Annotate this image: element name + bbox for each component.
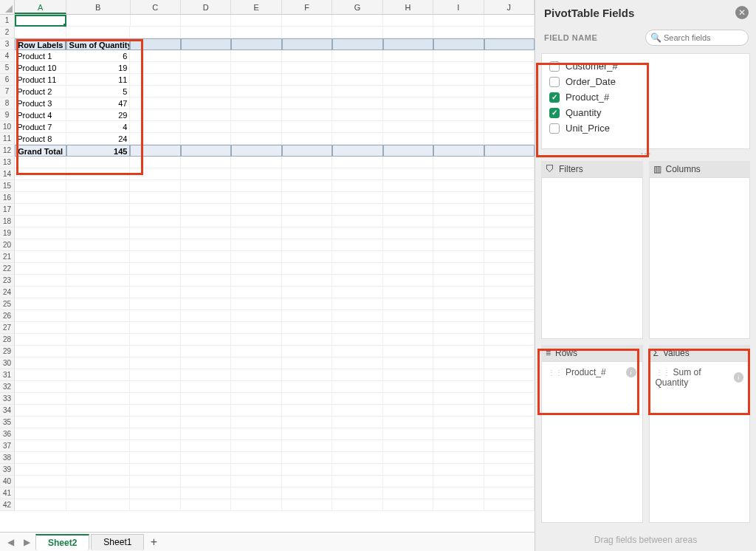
cell[interactable]	[231, 121, 281, 133]
cell[interactable]	[433, 62, 484, 74]
cell[interactable]	[181, 310, 231, 322]
cell[interactable]	[15, 251, 66, 263]
cell[interactable]	[15, 192, 66, 204]
cell[interactable]	[484, 287, 535, 298]
row-header[interactable]: 26	[0, 310, 15, 322]
cell[interactable]	[130, 428, 180, 440]
cell[interactable]	[231, 263, 281, 275]
cell[interactable]	[484, 239, 535, 251]
cell[interactable]	[332, 38, 382, 50]
cell[interactable]	[484, 310, 535, 322]
cell[interactable]	[130, 287, 180, 298]
cell[interactable]	[332, 109, 382, 121]
cell[interactable]	[484, 97, 535, 109]
cell[interactable]	[181, 405, 231, 417]
cell[interactable]	[383, 227, 433, 239]
cell[interactable]	[231, 381, 281, 393]
row-header[interactable]: 34	[0, 405, 15, 417]
cell[interactable]	[332, 275, 382, 287]
cell[interactable]	[15, 417, 66, 428]
checkbox[interactable]	[549, 108, 560, 118]
field-item[interactable]: Product_#	[542, 89, 749, 105]
cell[interactable]	[15, 216, 66, 227]
cell[interactable]	[231, 393, 281, 405]
cell[interactable]	[332, 227, 382, 239]
info-icon[interactable]: i	[626, 367, 636, 377]
cell[interactable]: 6	[66, 50, 131, 62]
cell[interactable]	[181, 74, 231, 86]
cell[interactable]	[433, 476, 484, 487]
cell[interactable]	[484, 15, 535, 27]
cell[interactable]	[332, 15, 382, 27]
cell[interactable]: 24	[66, 133, 131, 145]
cell[interactable]	[15, 15, 66, 27]
cell[interactable]	[181, 109, 231, 121]
cell[interactable]: Sum of Quantity	[66, 38, 131, 50]
cell[interactable]	[130, 145, 180, 157]
cell[interactable]	[231, 369, 281, 381]
cell[interactable]: Product 7	[15, 121, 66, 133]
cell[interactable]	[66, 227, 131, 239]
cell[interactable]	[484, 464, 535, 476]
row-header[interactable]: 24	[0, 287, 15, 298]
row-header[interactable]: 3	[0, 38, 15, 50]
row-header[interactable]: 14	[0, 168, 15, 180]
cell[interactable]	[383, 168, 433, 180]
cell[interactable]: Product 2	[15, 86, 66, 97]
cell[interactable]	[433, 145, 484, 157]
cell[interactable]	[130, 121, 180, 133]
col-header-I[interactable]: I	[433, 0, 484, 14]
cell[interactable]	[282, 393, 332, 405]
cell[interactable]	[332, 405, 382, 417]
cell[interactable]	[433, 97, 484, 109]
cell[interactable]	[484, 440, 535, 452]
cell[interactable]	[282, 287, 332, 298]
values-pill[interactable]: ⋮⋮Sum of Quantity i	[653, 365, 747, 390]
cell[interactable]	[332, 452, 382, 464]
row-header[interactable]: 29	[0, 346, 15, 357]
cell[interactable]	[484, 180, 535, 192]
cell[interactable]	[131, 15, 181, 27]
cell[interactable]	[433, 357, 484, 369]
cell[interactable]	[181, 369, 231, 381]
cell[interactable]	[15, 227, 66, 239]
cell[interactable]	[181, 216, 231, 227]
close-icon[interactable]: ✕	[735, 6, 749, 19]
cell[interactable]	[181, 97, 231, 109]
add-sheet-button[interactable]: +	[145, 535, 162, 550]
cell[interactable]	[383, 204, 433, 216]
row-header[interactable]: 35	[0, 417, 15, 428]
cell[interactable]	[484, 121, 535, 133]
cell[interactable]	[282, 440, 332, 452]
cell[interactable]	[383, 62, 433, 74]
cell[interactable]	[181, 322, 231, 334]
cell[interactable]	[231, 227, 281, 239]
cell[interactable]	[282, 464, 332, 476]
cell[interactable]	[282, 251, 332, 263]
cell[interactable]	[484, 109, 535, 121]
cell[interactable]	[231, 145, 281, 157]
cell[interactable]	[130, 86, 180, 97]
col-header-J[interactable]: J	[484, 0, 535, 14]
cell[interactable]	[484, 62, 535, 74]
cell[interactable]: Product 11	[15, 74, 66, 86]
cell[interactable]	[130, 275, 180, 287]
cell[interactable]	[231, 357, 281, 369]
cell[interactable]	[332, 239, 382, 251]
cell[interactable]	[332, 50, 382, 62]
cell[interactable]	[231, 499, 281, 511]
cell[interactable]	[433, 393, 484, 405]
cell[interactable]	[231, 27, 281, 38]
cell[interactable]	[282, 180, 332, 192]
cell[interactable]	[181, 346, 231, 357]
cell[interactable]	[383, 464, 433, 476]
cell[interactable]	[231, 204, 281, 216]
cell[interactable]	[383, 263, 433, 275]
cell[interactable]	[383, 180, 433, 192]
cell[interactable]	[332, 428, 382, 440]
cell[interactable]	[66, 417, 131, 428]
cell[interactable]	[66, 287, 131, 298]
sheet-tab-active[interactable]: Sheet2	[35, 534, 89, 550]
cell[interactable]	[282, 109, 332, 121]
cell[interactable]	[332, 180, 382, 192]
